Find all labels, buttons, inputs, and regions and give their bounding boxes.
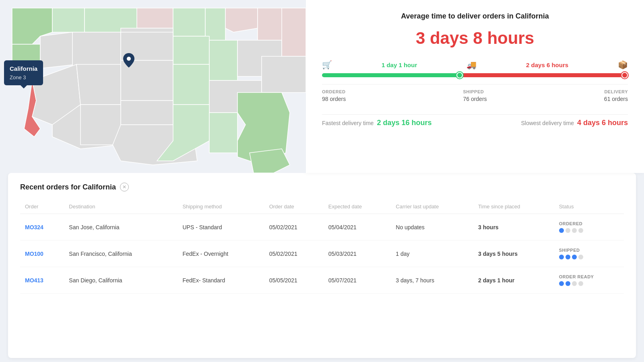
expected-date: 05/03/2021 <box>324 241 391 267</box>
col-order-date: Order date <box>264 200 324 214</box>
step2-label: 2 days 6 hours <box>526 62 568 68</box>
status-dot <box>572 228 577 233</box>
svg-marker-19 <box>76 64 121 105</box>
col-expected-date: Expected date <box>324 200 391 214</box>
col-shipping: Shipping method <box>178 200 264 214</box>
fastest-label: Fastest delivery time <box>322 120 374 126</box>
order-status: ORDERED <box>554 214 624 241</box>
svg-marker-14 <box>209 40 237 80</box>
map-container: California Zone 3 <box>0 0 306 173</box>
carrier-update: 3 days, 7 hours <box>391 267 473 294</box>
time-since-placed: 3 hours <box>473 214 554 241</box>
order-shipping: FedEx - Overnight <box>178 241 264 267</box>
shipped-label: SHIPPED <box>463 89 487 94</box>
close-button[interactable]: ✕ <box>120 183 129 191</box>
svg-marker-10 <box>40 32 76 68</box>
section-header: Recent orders for California ✕ <box>20 183 624 191</box>
milestone-shipped: SHIPPED 76 orders <box>463 89 487 102</box>
order-status: ORDER READY <box>554 267 624 294</box>
col-time-placed: Time since placed <box>473 200 554 214</box>
cart-icon: 🛒 <box>322 60 332 70</box>
table-row: MO100San Francisco, CaliforniaFedEx - Ov… <box>20 241 624 267</box>
avg-time: 3 days 8 hours <box>322 29 628 48</box>
order-id[interactable]: MO324 <box>20 214 64 241</box>
slowest-label: Slowest delivery time <box>521 120 574 126</box>
stats-title: Average time to deliver orders in Califo… <box>322 12 628 21</box>
stats-panel: Average time to deliver orders in Califo… <box>306 0 644 173</box>
svg-marker-5 <box>173 8 205 36</box>
expected-date: 05/04/2021 <box>324 214 391 241</box>
order-destination: San Jose, California <box>64 214 178 241</box>
svg-marker-6 <box>205 8 225 40</box>
orders-table: Order Destination Shipping method Order … <box>20 200 624 294</box>
order-destination: San Francisco, California <box>64 241 178 267</box>
carrier-update: No updates <box>391 214 473 241</box>
delivery-label: DELIVERY <box>604 89 628 94</box>
slowest-value: 4 days 6 hours <box>577 119 628 127</box>
col-status: Status <box>554 200 624 214</box>
tooltip-name: California <box>10 64 37 74</box>
order-shipping: UPS - Standard <box>178 214 264 241</box>
svg-marker-4 <box>137 8 173 28</box>
svg-marker-29 <box>121 101 173 125</box>
status-dot <box>559 255 564 259</box>
svg-marker-13 <box>173 36 209 64</box>
status-dot <box>572 281 577 286</box>
ordered-count: 98 orders <box>322 96 346 102</box>
expected-date: 05/07/2021 <box>324 267 391 294</box>
map-tooltip: California Zone 3 <box>4 60 43 85</box>
section-title: Recent orders for California <box>20 183 116 191</box>
milestone-ordered: ORDERED 98 orders <box>322 89 346 102</box>
svg-marker-27 <box>80 105 121 145</box>
svg-marker-7 <box>225 8 258 32</box>
order-id[interactable]: MO413 <box>20 267 64 294</box>
fastest-value: 2 days 16 hours <box>377 119 431 127</box>
col-order: Order <box>20 200 64 214</box>
col-destination: Destination <box>64 200 178 214</box>
status-dot <box>559 281 564 286</box>
svg-marker-25 <box>262 56 306 93</box>
col-carrier-update: Carrier last update <box>391 200 473 214</box>
orders-section: Recent orders for California ✕ Order Des… <box>8 173 636 358</box>
svg-marker-11 <box>72 32 121 68</box>
delivery-count: 61 orders <box>604 96 628 102</box>
shipped-count: 76 orders <box>463 96 487 102</box>
status-dot <box>566 228 570 233</box>
status-dot <box>559 228 564 233</box>
timeline-bar <box>322 73 628 78</box>
order-date: 05/02/2021 <box>264 241 324 267</box>
svg-marker-23 <box>173 64 209 105</box>
status-dot <box>578 255 583 259</box>
time-since-placed: 2 days 1 hour <box>473 267 554 294</box>
timeline: 🛒 1 day 1 hour 🚚 2 days 6 hours 📦 ORDERE… <box>322 60 628 102</box>
bar-red <box>463 73 622 77</box>
table-header-row: Order Destination Shipping method Order … <box>20 200 624 214</box>
tooltip-zone: Zone 3 <box>10 74 37 82</box>
dot-green <box>456 72 463 78</box>
order-status: SHIPPED <box>554 241 624 267</box>
carrier-update: 1 day <box>391 241 473 267</box>
order-destination: San Diego, California <box>64 267 178 294</box>
order-shipping: FedEx- Standard <box>178 267 264 294</box>
status-dot <box>578 228 583 233</box>
time-since-placed: 3 days 5 hours <box>473 241 554 267</box>
ordered-label: ORDERED <box>322 89 346 94</box>
svg-marker-2 <box>52 8 85 32</box>
svg-marker-31 <box>209 113 237 153</box>
table-row: MO324San Jose, CaliforniaUPS - Standard0… <box>20 214 624 241</box>
fastest-time: Fastest delivery time 2 days 16 hours <box>322 119 431 127</box>
svg-point-34 <box>127 57 131 61</box>
milestone-row: ORDERED 98 orders SHIPPED 76 orders DELI… <box>322 84 628 102</box>
order-id[interactable]: MO100 <box>20 241 64 267</box>
bar-green <box>322 73 456 77</box>
order-date: 05/02/2021 <box>264 214 324 241</box>
step1-label: 1 day 1 hour <box>382 62 417 68</box>
status-dot <box>566 281 570 286</box>
table-row: MO413San Diego, CaliforniaFedEx- Standar… <box>20 267 624 294</box>
timeline-labels: 🛒 1 day 1 hour 🚚 2 days 6 hours 📦 <box>322 60 628 70</box>
truck-icon: 🚚 <box>466 60 477 70</box>
order-date: 05/05/2021 <box>264 267 324 294</box>
svg-marker-16 <box>282 8 306 56</box>
milestone-delivery: DELIVERY 61 orders <box>604 89 628 102</box>
status-dot <box>572 255 577 259</box>
